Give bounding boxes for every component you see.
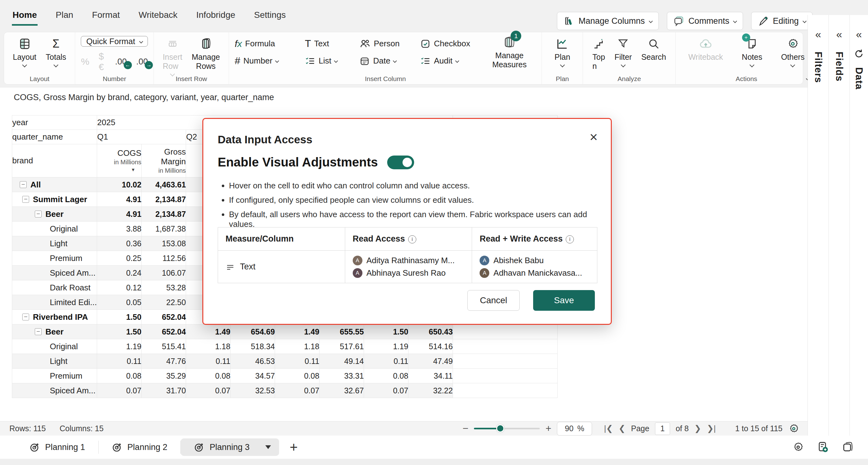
value-cell[interactable]: 0.08: [364, 369, 408, 383]
filter-button[interactable]: Filter: [612, 36, 635, 67]
value-cell[interactable]: 34.57: [230, 369, 275, 383]
collapse-icon[interactable]: −: [35, 328, 42, 335]
expand-panel-icon[interactable]: «: [836, 28, 842, 40]
value-cell[interactable]: 1.50: [97, 325, 142, 339]
value-cell[interactable]: 1.49: [275, 325, 319, 339]
value-cell[interactable]: 652.04: [142, 310, 186, 325]
info-icon[interactable]: i: [408, 235, 416, 243]
audit-column-button[interactable]: Audit: [420, 56, 479, 66]
person-column-button[interactable]: Person: [359, 38, 409, 49]
value-cell[interactable]: 22.50: [142, 295, 186, 310]
currency-format-icon[interactable]: $€: [99, 51, 105, 72]
value-cell[interactable]: 53.28: [142, 280, 186, 295]
measure-header[interactable]: Gross Marginin Millions: [142, 144, 186, 177]
value-cell[interactable]: 1.18: [186, 339, 230, 354]
menu-writeback[interactable]: Writeback: [138, 4, 178, 26]
value-cell[interactable]: 1,687.38: [142, 222, 186, 236]
number-column-button[interactable]: # Number: [235, 55, 294, 67]
add-report-page-icon[interactable]: [817, 441, 829, 454]
value-cell[interactable]: 1.49: [186, 325, 230, 339]
value-cell[interactable]: 0.12: [97, 280, 142, 295]
read-access-cell[interactable]: AAditya Rathinasamy M...AAbhinaya Suresh…: [345, 251, 472, 283]
value-cell[interactable]: 35.29: [142, 369, 186, 383]
value-cell[interactable]: 0.08: [186, 369, 230, 383]
value-cell[interactable]: 518.34: [230, 339, 275, 354]
value-cell[interactable]: 1.19: [97, 339, 142, 354]
expand-panel-icon[interactable]: «: [815, 28, 821, 40]
totals-button[interactable]: Σ Totals: [42, 36, 69, 67]
value-cell[interactable]: 517.61: [319, 339, 364, 354]
row-label[interactable]: Limited Edi...: [50, 298, 97, 307]
last-page-button[interactable]: ❯|: [707, 424, 716, 433]
row-label[interactable]: Original: [50, 342, 78, 352]
value-cell[interactable]: 4.91: [97, 207, 142, 222]
value-cell[interactable]: 515.41: [142, 339, 186, 354]
menu-format[interactable]: Format: [91, 4, 121, 26]
tab-planning-3[interactable]: Planning 3: [181, 438, 279, 456]
writeback-button[interactable]: Writeback: [685, 36, 726, 62]
value-cell[interactable]: 0.36: [97, 236, 142, 251]
row-label[interactable]: Riverbend IPA: [33, 312, 88, 322]
value-cell[interactable]: 1.18: [275, 339, 319, 354]
table-settings-gear-icon[interactable]: [788, 423, 799, 434]
row-label[interactable]: Beer: [45, 209, 64, 219]
collapse-icon[interactable]: −: [22, 313, 29, 321]
measure-cell[interactable]: Text: [218, 251, 345, 283]
menu-settings[interactable]: Settings: [253, 4, 286, 26]
visual-adjustments-toggle[interactable]: [387, 156, 414, 169]
row-label[interactable]: Summit Lager: [33, 195, 87, 204]
increase-decimal-button[interactable]: .00→: [136, 57, 148, 67]
collapse-icon[interactable]: −: [35, 210, 42, 218]
value-cell[interactable]: 0.11: [364, 354, 408, 369]
search-button[interactable]: Search: [638, 36, 669, 62]
tab-planning-1[interactable]: Planning 1: [16, 438, 98, 456]
close-icon[interactable]: ×: [590, 130, 598, 144]
value-cell[interactable]: 2,134.87: [142, 192, 186, 207]
read-write-access-cell[interactable]: AAbishek BabuAAdhavan Manickavasa...: [472, 251, 597, 283]
value-cell[interactable]: 0.08: [275, 369, 319, 383]
value-cell[interactable]: 0.05: [97, 295, 142, 310]
save-button[interactable]: Save: [533, 290, 595, 311]
collapse-icon[interactable]: −: [22, 196, 29, 203]
zoom-slider-thumb[interactable]: [496, 424, 504, 432]
value-cell[interactable]: 655.55: [319, 325, 364, 339]
list-column-button[interactable]: List: [305, 56, 349, 66]
text-column-button[interactable]: T Text: [305, 38, 349, 49]
value-cell[interactable]: 4.91: [97, 192, 142, 207]
person-entry[interactable]: AAbhinaya Suresh Rao: [353, 268, 472, 278]
person-entry[interactable]: AAbishek Babu: [479, 256, 597, 265]
next-page-button[interactable]: ❯: [694, 424, 701, 433]
fields-panel-strip[interactable]: « Fields: [829, 15, 849, 436]
value-cell[interactable]: 46.53: [230, 354, 275, 369]
value-cell[interactable]: 650.43: [408, 325, 453, 339]
first-page-button[interactable]: |❮: [604, 424, 613, 433]
plan-button[interactable]: Plan: [551, 36, 573, 67]
row-label[interactable]: Spiced Am...: [50, 268, 96, 278]
formula-column-button[interactable]: fx Formula: [235, 38, 294, 49]
value-cell[interactable]: 514.16: [408, 339, 453, 354]
row-label[interactable]: Spiced Am...: [50, 386, 96, 396]
row-label[interactable]: Original: [50, 224, 78, 234]
zoom-slider[interactable]: [474, 428, 540, 429]
percent-format-icon[interactable]: %: [81, 56, 89, 67]
manage-measures-button[interactable]: 1 Manage Measures: [483, 34, 536, 70]
collapse-icon[interactable]: −: [20, 181, 27, 188]
row-label[interactable]: Light: [50, 239, 67, 248]
checkbox-column-button[interactable]: Checkbox: [420, 38, 479, 49]
value-cell[interactable]: 49.14: [319, 354, 364, 369]
menu-infobridge[interactable]: Infobridge: [196, 4, 236, 26]
tab-planning-2[interactable]: Planning 2: [99, 438, 181, 456]
value-cell[interactable]: 0.11: [186, 354, 230, 369]
manage-columns-button[interactable]: Manage Columns: [557, 12, 659, 30]
value-cell[interactable]: 32.22: [408, 383, 453, 398]
info-icon[interactable]: i: [566, 235, 574, 243]
value-cell[interactable]: 0.25: [97, 251, 142, 266]
previous-page-button[interactable]: ❮: [619, 424, 625, 433]
value-cell[interactable]: 0.08: [97, 369, 142, 383]
person-entry[interactable]: AAdhavan Manickavasa...: [479, 268, 597, 278]
zoom-in-button[interactable]: +: [545, 423, 551, 434]
menu-plan[interactable]: Plan: [55, 4, 74, 26]
zoom-level-input[interactable]: 90%: [557, 422, 592, 436]
others-button[interactable]: Others: [778, 36, 808, 67]
insert-row-button[interactable]: Insert Row: [159, 36, 185, 76]
